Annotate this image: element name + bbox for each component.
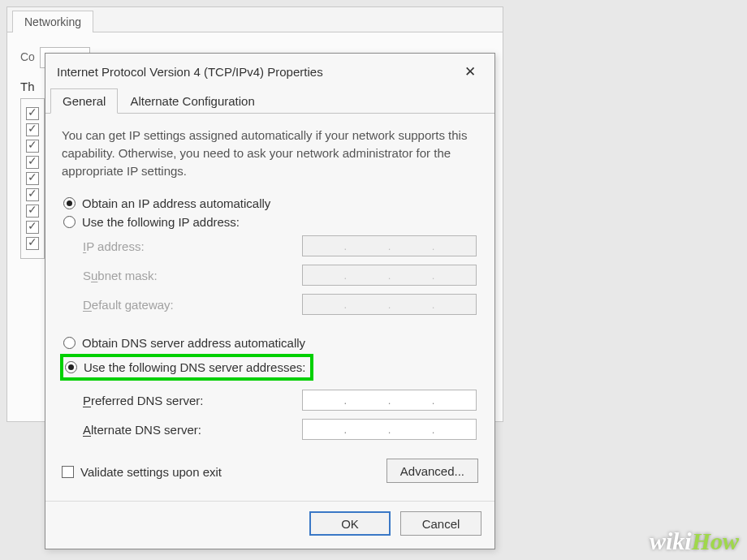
button-bar: OK Cancel: [45, 501, 494, 549]
description-text: You can get IP settings assigned automat…: [62, 127, 478, 179]
radio-obtain-ip-auto[interactable]: Obtain an IP address automatically: [63, 194, 477, 213]
radio-label: Use the following IP address:: [82, 215, 240, 229]
radio-use-following-dns[interactable]: Use the following DNS server addresses:: [65, 360, 305, 374]
advanced-button[interactable]: Advanced...: [386, 459, 478, 483]
field-label: Alternate DNS server:: [83, 423, 201, 437]
validate-settings-checkbox[interactable]: Validate settings upon exit: [62, 465, 222, 479]
close-icon: ✕: [464, 63, 476, 80]
dialog-content: You can get IP settings assigned automat…: [45, 114, 494, 494]
wikihow-watermark: wikiHow: [650, 528, 739, 555]
field-alternate-dns: Alternate DNS server:: [63, 415, 477, 444]
radio-label: Obtain DNS server address automatically: [82, 336, 305, 350]
radio-icon: [63, 337, 76, 349]
bg-tab-networking[interactable]: Networking: [12, 11, 93, 32]
radio-icon: [63, 197, 76, 209]
radio-icon: [65, 361, 77, 373]
tab-alternate-configuration[interactable]: Alternate Configuration: [118, 88, 266, 114]
ok-button[interactable]: OK: [309, 511, 391, 536]
ipv4-properties-dialog: Internet Protocol Version 4 (TCP/IPv4) P…: [45, 53, 495, 549]
radio-icon: [63, 216, 76, 228]
default-gateway-input: [302, 294, 477, 315]
tab-general[interactable]: General: [50, 88, 118, 114]
tabstrip: General Alternate Configuration: [45, 88, 494, 114]
radio-label: Obtain an IP address automatically: [82, 196, 270, 210]
dns-group: Obtain DNS server address automatically …: [63, 334, 477, 444]
highlight-box: Use the following DNS server addresses:: [60, 354, 313, 381]
field-ip-address: IP address:: [63, 231, 477, 261]
radio-obtain-dns-auto[interactable]: Obtain DNS server address automatically: [63, 334, 477, 352]
alternate-dns-input[interactable]: [302, 419, 477, 440]
tab-label: Alternate Configuration: [130, 94, 254, 108]
titlebar: Internet Protocol Version 4 (TCP/IPv4) P…: [45, 54, 494, 88]
checkbox-label: Validate settings upon exit: [80, 465, 222, 479]
field-label: Preferred DNS server:: [83, 394, 203, 407]
dialog-title: Internet Protocol Version 4 (TCP/IPv4) P…: [57, 65, 323, 79]
bg-checkbox-column: [20, 98, 45, 259]
subnet-mask-input: [302, 265, 477, 286]
field-label: IP address:: [83, 239, 145, 253]
field-default-gateway: Default gateway:: [63, 290, 477, 319]
field-label: Subnet mask:: [83, 269, 158, 282]
cancel-button[interactable]: Cancel: [400, 511, 481, 536]
close-button[interactable]: ✕: [454, 60, 486, 83]
field-subnet-mask: Subnet mask:: [63, 261, 477, 290]
radio-label: Use the following DNS server addresses:: [84, 360, 305, 374]
ip-address-input: [302, 235, 477, 256]
button-label: Cancel: [422, 517, 460, 531]
field-preferred-dns: Preferred DNS server:: [63, 386, 477, 415]
preferred-dns-input[interactable]: [302, 390, 477, 411]
field-label: Default gateway:: [83, 298, 174, 312]
ip-group: Obtain an IP address automatically Use t…: [63, 194, 477, 319]
tab-label: General: [63, 94, 106, 108]
radio-use-following-ip[interactable]: Use the following IP address:: [63, 213, 477, 231]
checkbox-icon: [62, 466, 74, 478]
button-label: OK: [341, 517, 359, 531]
